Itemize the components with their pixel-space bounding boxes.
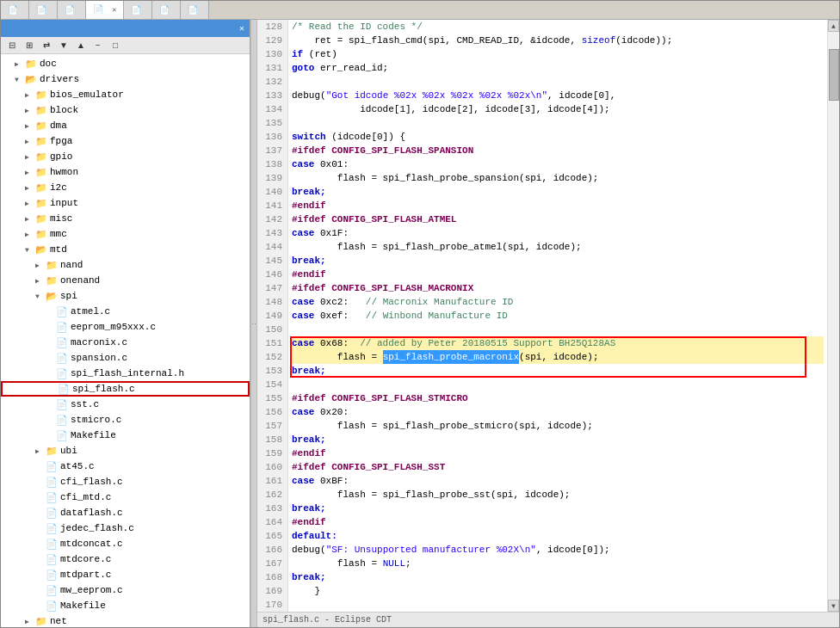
tab-macronix[interactable]: 📄 — [29, 1, 58, 20]
tree-item-misc[interactable]: ▶ 📁 misc — [1, 211, 250, 226]
explorer-close-icon[interactable]: ✕ — [239, 23, 244, 34]
scroll-down-button[interactable]: ▼ — [828, 600, 839, 612]
tree-label-spi: spi — [60, 291, 77, 301]
file-c-icon-jedec: 📄 — [46, 523, 58, 534]
folder-icon-hwmon: 📁 — [35, 167, 47, 178]
tree-item-cfi-mtd-c[interactable]: ▶ 📄 cfi_mtd.c — [1, 489, 250, 505]
tree-label-makefile-mtd: Makefile — [60, 600, 106, 611]
explorer-tree[interactable]: ▶ 📁 doc ▼ 📂 drivers ▶ 📁 bios_emulator — [1, 54, 250, 627]
tree-item-mw-eeprom-c[interactable]: ▶ 📄 mw_eeprom.c — [1, 582, 250, 598]
tree-item-onenand[interactable]: ▶ 📁 onenand — [1, 273, 250, 288]
tree-item-makefile-spi[interactable]: ▶ 📄 Makefile — [1, 428, 250, 443]
splitter[interactable]: ⋮ — [250, 20, 257, 627]
tab-makefile[interactable]: 📄 — [1, 1, 29, 20]
file-c-icon-mtdpart: 📄 — [46, 570, 58, 581]
scroll-up-button[interactable]: ▲ — [828, 20, 839, 32]
code-line-149: case 0xef: // Winbond Manufacture ID — [292, 309, 824, 323]
code-line-155: #ifdef CONFIG_SPI_FLASH_STMICRO — [292, 391, 824, 405]
tree-item-jedec-c[interactable]: ▶ 📄 jedec_flash.c — [1, 520, 250, 536]
folder-icon-doc: 📁 — [25, 58, 37, 70]
tree-item-net[interactable]: ▶ 📁 net — [1, 613, 250, 627]
folder-icon-i2c: 📁 — [35, 182, 47, 194]
tree-item-bios[interactable]: ▶ 📁 bios_emulator — [1, 87, 250, 102]
folder-icon-fpga: 📁 — [35, 136, 47, 147]
code-line-139: flash = spi_flash_probe_spansion(spi, id… — [292, 171, 824, 185]
tree-item-spi-flash-c[interactable]: ▶ 📄 spi_flash.c — [1, 381, 250, 397]
tree-item-spi-internal-h[interactable]: ▶ 📄 spi_flash_internal.h — [1, 366, 250, 381]
tree-item-fpga[interactable]: ▶ 📁 fpga — [1, 133, 250, 149]
tree-item-mtdcore-c[interactable]: ▶ 📄 mtdcore.c — [1, 551, 250, 567]
tree-label-nand: nand — [60, 260, 83, 270]
tree-item-dataflash-c[interactable]: ▶ 📄 dataflash.c — [1, 505, 250, 520]
tree-arrow-mtd: ▼ — [25, 246, 35, 254]
tree-item-drivers[interactable]: ▼ 📂 drivers — [1, 71, 250, 87]
scroll-track[interactable] — [828, 32, 839, 600]
tree-item-ubi[interactable]: ▶ 📁 ubi — [1, 443, 250, 459]
tree-item-spansion-c[interactable]: ▶ 📄 spansion.c — [1, 350, 250, 366]
code-line-146: #endif — [292, 268, 824, 281]
chevron-down-button[interactable]: ▼ — [56, 39, 71, 52]
tree-item-doc[interactable]: ▶ 📁 doc — [1, 56, 250, 71]
folder-icon-nand: 📁 — [46, 260, 58, 271]
tree-item-block[interactable]: ▶ 📁 block — [1, 102, 250, 118]
code-line-166: debug("SF: Unsupported manufacturer %02X… — [292, 543, 824, 557]
tree-item-atmel-c[interactable]: ▶ 📄 atmel.c — [1, 304, 250, 319]
maximize-button[interactable]: □ — [108, 39, 123, 52]
tree-item-nand[interactable]: ▶ 📁 nand — [1, 257, 250, 273]
code-content[interactable]: /* Read the ID codes */ ret = spi_flash_… — [288, 20, 827, 612]
code-line-128: /* Read the ID codes */ — [292, 20, 824, 34]
explorer-panel: ✕ ⊟ ⊞ ⇄ ▼ ▲ − □ ▶ 📁 doc — [1, 20, 250, 627]
explorer-toolbar: ⊟ ⊞ ⇄ ▼ ▲ − □ — [1, 37, 250, 54]
vertical-scrollbar[interactable]: ▲ ▼ — [827, 20, 839, 612]
tree-item-mtdpart-c[interactable]: ▶ 📄 mtdpart.c — [1, 567, 250, 582]
code-line-170 — [292, 598, 824, 612]
tree-item-gpio[interactable]: ▶ 📁 gpio — [1, 149, 250, 164]
tree-item-cfi-flash-c[interactable]: ▶ 📄 cfi_flash.c — [1, 474, 250, 489]
tree-item-hwmon[interactable]: ▶ 📁 hwmon — [1, 164, 250, 180]
tree-item-eeprom-c[interactable]: ▶ 📄 eeprom_m95xxx.c — [1, 319, 250, 335]
tab-image-h[interactable]: 📄 — [58, 1, 86, 20]
tree-item-stmicro-c[interactable]: ▶ 📄 stmicro.c — [1, 412, 250, 428]
tree-item-dma[interactable]: ▶ 📁 dma — [1, 118, 250, 133]
tab-env-sf[interactable]: 📄 — [181, 1, 209, 20]
file-icon-makefile-spi: 📄 — [56, 430, 68, 441]
tree-item-macronix-c[interactable]: ▶ 📄 macronix.c — [1, 335, 250, 350]
tab-cmd-sf[interactable]: 📄 — [152, 1, 181, 20]
main-layout: ✕ ⊟ ⊞ ⇄ ▼ ▲ − □ ▶ 📁 doc — [1, 20, 839, 627]
tree-item-mtdconcat-c[interactable]: ▶ 📄 mtdconcat.c — [1, 536, 250, 551]
scroll-thumb[interactable] — [829, 49, 839, 101]
tree-item-mtd[interactable]: ▼ 📂 mtd — [1, 242, 250, 257]
tree-label-i2c: i2c — [50, 182, 67, 193]
tab-cmd-ip218[interactable]: 📄 — [124, 1, 152, 20]
collapse-all-button[interactable]: ⊟ — [4, 39, 20, 52]
code-line-160: #ifdef CONFIG_SPI_FLASH_SST — [292, 460, 824, 474]
code-line-134: idcode[1], idcode[2], idcode[3], idcode[… — [292, 102, 824, 116]
folder-icon-dma: 📁 — [35, 120, 47, 132]
code-line-132 — [292, 75, 824, 89]
code-line-167: flash = NULL; — [292, 557, 824, 570]
code-line-161: case 0xBF: — [292, 474, 824, 488]
tree-item-spi[interactable]: ▼ 📂 spi — [1, 288, 250, 304]
tree-item-mmc[interactable]: ▶ 📁 mmc — [1, 226, 250, 242]
tree-arrow-i2c: ▶ — [25, 184, 35, 192]
tree-item-makefile-mtd[interactable]: ▶ 📄 Makefile — [1, 598, 250, 613]
file-c-icon4: 📄 — [188, 5, 198, 15]
expand-all-button[interactable]: ⊞ — [22, 39, 37, 52]
tree-label-input: input — [50, 198, 78, 208]
tab-spi-flash[interactable]: 📄 ✕ — [86, 1, 124, 20]
file-c-icon: 📄 — [36, 5, 46, 15]
minimize-button[interactable]: − — [90, 39, 106, 52]
code-line-144: flash = spi_flash_probe_atmel(spi, idcod… — [292, 240, 824, 254]
code-line-142: #ifdef CONFIG_SPI_FLASH_ATMEL — [292, 212, 824, 226]
tree-arrow-fpga: ▶ — [25, 138, 35, 145]
sync-button[interactable]: ⇄ — [39, 39, 54, 52]
code-line-148: case 0xc2: // Macronix Manufacture ID — [292, 295, 824, 309]
tree-item-sst-c[interactable]: ▶ 📄 sst.c — [1, 397, 250, 412]
tree-item-i2c[interactable]: ▶ 📁 i2c — [1, 180, 250, 195]
tree-item-input[interactable]: ▶ 📁 input — [1, 195, 250, 211]
tab-close-button[interactable]: ✕ — [112, 5, 116, 15]
chevron-up-button[interactable]: ▲ — [73, 39, 89, 52]
tree-label-cfi-mtd-c: cfi_mtd.c — [60, 492, 111, 502]
code-line-129: ret = spi_flash_cmd(spi, CMD_READ_ID, &i… — [292, 34, 824, 47]
tree-item-at45-c[interactable]: ▶ 📄 at45.c — [1, 459, 250, 474]
